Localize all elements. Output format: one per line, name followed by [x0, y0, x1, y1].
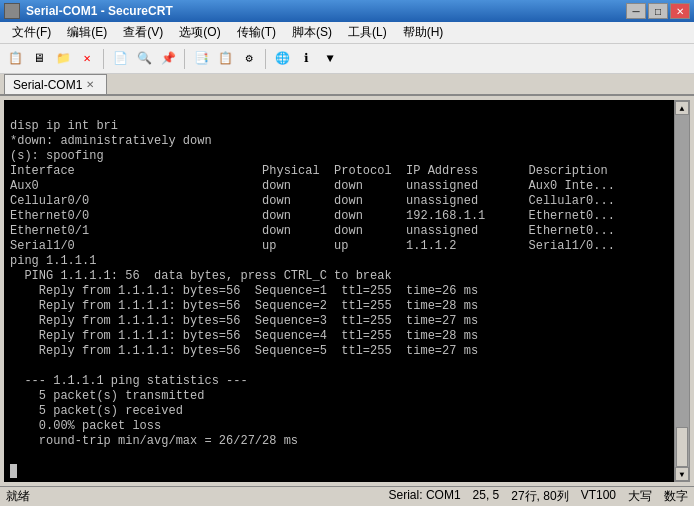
status-position: 25, 5 — [473, 488, 500, 505]
status-numlock: 数字 — [664, 488, 688, 505]
menu-bar: 文件(F) 编辑(E) 查看(V) 选项(O) 传输(T) 脚本(S) 工具(L… — [0, 22, 694, 44]
toolbar-btn-7[interactable]: 📌 — [157, 48, 179, 70]
status-capslock: 大写 — [628, 488, 652, 505]
scroll-up-button[interactable]: ▲ — [675, 101, 689, 115]
menu-help[interactable]: 帮助(H) — [395, 22, 452, 43]
tab-serial-com1[interactable]: Serial-COM1 ✕ — [4, 74, 107, 94]
toolbar-sep-2 — [184, 49, 185, 69]
toolbar-btn-13[interactable]: ▼ — [319, 48, 341, 70]
toolbar-btn-1[interactable]: 📋 — [4, 48, 26, 70]
tab-close-icon[interactable]: ✕ — [86, 79, 94, 90]
terminal-wrapper: disp ip int bri *down: administratively … — [0, 96, 694, 486]
maximize-button[interactable]: □ — [648, 3, 668, 19]
menu-transfer[interactable]: 传输(T) — [229, 22, 284, 43]
scroll-track — [675, 115, 689, 467]
menu-file[interactable]: 文件(F) — [4, 22, 59, 43]
toolbar: 📋 🖥 📁 ✕ 📄 🔍 📌 📑 📋 ⚙ 🌐 ℹ ▼ — [0, 44, 694, 74]
scrollbar[interactable]: ▲ ▼ — [674, 100, 690, 482]
status-serial: Serial: COM1 — [389, 488, 461, 505]
title-bar: Serial-COM1 - SecureCRT ─ □ ✕ — [0, 0, 694, 22]
status-right: Serial: COM1 25, 5 27行, 80列 VT100 大写 数字 — [389, 488, 688, 505]
terminal-output[interactable]: disp ip int bri *down: administratively … — [4, 100, 674, 482]
toolbar-btn-4[interactable]: ✕ — [76, 48, 98, 70]
toolbar-btn-11[interactable]: 🌐 — [271, 48, 293, 70]
window-controls: ─ □ ✕ — [626, 3, 690, 19]
scroll-down-button[interactable]: ▼ — [675, 467, 689, 481]
toolbar-btn-6[interactable]: 🔍 — [133, 48, 155, 70]
toolbar-btn-2[interactable]: 🖥 — [28, 48, 50, 70]
status-dimensions: 27行, 80列 — [511, 488, 568, 505]
status-bar: 就绪 Serial: COM1 25, 5 27行, 80列 VT100 大写 … — [0, 486, 694, 506]
close-button[interactable]: ✕ — [670, 3, 690, 19]
title-bar-left: Serial-COM1 - SecureCRT — [4, 3, 173, 19]
menu-options[interactable]: 选项(O) — [171, 22, 228, 43]
status-encoding: VT100 — [581, 488, 616, 505]
menu-edit[interactable]: 编辑(E) — [59, 22, 115, 43]
toolbar-btn-12[interactable]: ℹ — [295, 48, 317, 70]
tab-bar: Serial-COM1 ✕ — [0, 74, 694, 96]
minimize-button[interactable]: ─ — [626, 3, 646, 19]
toolbar-btn-8[interactable]: 📑 — [190, 48, 212, 70]
menu-view[interactable]: 查看(V) — [115, 22, 171, 43]
toolbar-btn-10[interactable]: ⚙ — [238, 48, 260, 70]
menu-script[interactable]: 脚本(S) — [284, 22, 340, 43]
scroll-thumb[interactable] — [676, 427, 688, 467]
toolbar-btn-3[interactable]: 📁 — [52, 48, 74, 70]
toolbar-btn-5[interactable]: 📄 — [109, 48, 131, 70]
toolbar-sep-3 — [265, 49, 266, 69]
tab-label: Serial-COM1 — [13, 78, 82, 92]
toolbar-sep-1 — [103, 49, 104, 69]
menu-tools[interactable]: 工具(L) — [340, 22, 395, 43]
status-ready: 就绪 — [6, 488, 30, 505]
window-title: Serial-COM1 - SecureCRT — [26, 4, 173, 18]
cursor — [10, 464, 17, 478]
app-icon — [4, 3, 20, 19]
toolbar-btn-9[interactable]: 📋 — [214, 48, 236, 70]
